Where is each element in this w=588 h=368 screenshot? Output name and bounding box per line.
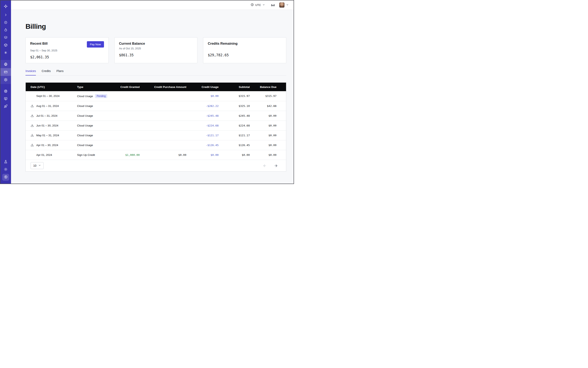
chevron-down-icon [262,3,265,7]
topbar: UTC [11,0,294,10]
sidebar-item-activity[interactable] [0,26,11,34]
credit-usage: -$126.45 [186,140,218,150]
sun-icon [4,167,8,171]
credit-purchase-amount [140,120,186,130]
app-logo-icon[interactable] [0,2,11,11]
glasses-icon[interactable] [271,3,275,7]
table-row[interactable]: Sept 01 – 30, 2024 Cloud UsagePending $0… [26,91,286,101]
sidebar-item-console[interactable] [0,95,11,102]
table-row[interactable]: Jul 01 – 31, 2024 Cloud Usage -$245.48 $… [26,111,286,120]
sidebar-item-overview[interactable] [0,18,11,26]
clock-icon [251,3,254,7]
monitor-image-icon [4,97,8,101]
dollar-coin-icon [4,175,8,180]
subtotal: $126.45 [218,140,250,150]
recent-bill-card: Recent Bill Pay Now Sep 01 – Sep 30, 202… [26,37,109,63]
invoice-date: Sept 01 – 30, 2024 [36,94,60,98]
sidebar-item-billing[interactable] [0,68,11,76]
col-credit-granted: Credit Granted [108,83,140,91]
credit-purchase-amount [140,111,186,120]
subtotal: $315.97 [218,91,250,101]
balance-due: $42.88 [250,101,286,111]
credits-remaining-card: Credits Remaining $29,782.65 [203,37,286,63]
account-menu[interactable] [279,2,289,8]
billing-tabs: Invoices Credits Plans [26,69,286,75]
layers-icon [4,36,8,39]
sidebar-account-group [0,60,11,84]
gear-icon [4,78,8,82]
billing-app-window: UTC Billing Recent Bill Pay Now Sep 01 –… [0,0,294,184]
tab-credits[interactable]: Credits [42,69,51,75]
current-balance-asof: As of Oct 15, 2025 [119,47,193,50]
tab-invoices[interactable]: Invoices [26,69,36,75]
subtotal: $245.48 [218,111,250,120]
pay-now-button[interactable]: Pay Now [87,41,104,47]
globe-icon [4,62,8,66]
table-row[interactable]: May 01 – 31, 2024 Cloud Usage -$121.17 $… [26,130,286,140]
download-invoice-icon[interactable] [31,124,34,127]
tab-plans[interactable]: Plans [56,69,63,75]
table-row[interactable]: Aug 01 – 31, 2024 Cloud Usage -$282.22 $… [26,101,286,111]
chevron-down-icon [286,3,289,7]
table-row[interactable]: Apr 01, 2024 Sign Up Credit $1,000.00 $0… [26,150,286,160]
credit-usage: -$224.68 [186,120,218,130]
sidebar-expand-button[interactable] [0,11,11,18]
timezone-selector[interactable]: UTC [251,3,265,7]
col-credit-usage: Credit Usage [186,83,218,91]
download-invoice-icon[interactable] [31,134,34,137]
rocket-icon [4,104,8,108]
download-invoice-icon[interactable] [31,104,34,108]
lifebuoy-icon [4,89,8,93]
sidebar-spacer [0,110,11,158]
sidebar-item-theme[interactable] [0,166,11,173]
subtotal: $121.17 [218,130,250,140]
cube-icon [4,43,8,47]
download-invoice-icon[interactable] [31,143,34,147]
invoice-type: Cloud Usage [77,95,93,98]
credit-purchase-amount [140,140,186,150]
sidebar-item-labs[interactable] [0,158,11,166]
invoice-date: Jun 01 – 30, 2024 [36,124,58,127]
sidebar-item-apps[interactable] [0,41,11,49]
page-size-select[interactable]: 10 [31,162,44,169]
recent-bill-period: Sep 01 – Sep 30, 2025 [30,49,104,52]
table-row[interactable]: Jun 01 – 30, 2024 Cloud Usage -$224.68 $… [26,120,286,130]
balance-due: $0.00 [250,111,286,120]
previous-page-button[interactable] [263,164,267,168]
credit-granted [108,130,140,140]
invoice-date: May 01 – 31, 2024 [36,134,59,137]
invoice-type: Cloud Usage [77,124,93,127]
credits-remaining-amount: $29,782.65 [208,53,281,57]
table-row[interactable]: Apr 01 – 30, 2024 Cloud Usage -$126.45 $… [26,140,286,150]
credit-card-icon [4,70,8,74]
download-invoice-icon[interactable] [31,114,34,118]
credit-usage: -$245.48 [186,111,218,120]
subtotal: $0.00 [218,150,250,160]
credit-granted [108,140,140,150]
sidebar-item-services[interactable] [0,49,11,56]
credit-granted: $1,000.00 [108,150,140,160]
balance-due: $0.00 [250,140,286,150]
credit-usage: $0.00 [186,150,218,160]
chevron-down-icon [38,164,41,167]
sidebar-item-stacks[interactable] [0,34,11,41]
current-balance-amount: $861.35 [119,53,193,57]
invoice-type: Cloud Usage [77,134,93,137]
user-avatar[interactable] [279,2,285,8]
sidebar-item-settings[interactable] [0,76,11,84]
invoice-type: Cloud Usage [77,114,93,117]
timer-icon [4,28,8,32]
sidebar-item-support[interactable] [0,87,11,95]
sidebar-item-cost[interactable] [2,174,9,181]
invoice-date: Jul 01 – 31, 2024 [36,114,57,117]
content: Billing Recent Bill Pay Now Sep 01 – Sep… [11,10,294,184]
table-header-row: Date (UTC) Type Credit Granted Credit Pu… [26,83,286,91]
sidebar-item-network[interactable] [0,60,11,68]
recent-bill-amount: $2,061.35 [30,55,104,59]
next-page-button[interactable] [274,164,278,168]
subtotal: $224.68 [218,120,250,130]
col-credit-purchase-amount: Credit Purchase Amount [140,83,186,91]
sidebar-item-launch[interactable] [0,102,11,110]
credit-purchase-amount [140,101,186,111]
summary-cards: Recent Bill Pay Now Sep 01 – Sep 30, 202… [26,37,286,63]
